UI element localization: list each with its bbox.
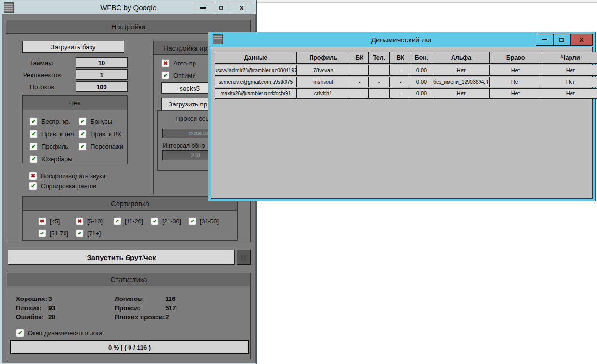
stat-value: 2 [165, 313, 169, 321]
log-column-header[interactable]: Профиль [297, 52, 350, 63]
checkbox-label: [71+] [87, 230, 101, 237]
checkbox-cross-icon: ✖ [29, 172, 37, 180]
checkbox-checked-icon: ✔ [16, 329, 24, 337]
stat-value: 20 [48, 313, 55, 321]
stat-label: Хороших: [16, 295, 48, 302]
stat-row: Плохих прокси:2 [115, 312, 176, 322]
auto-proxy-checkbox[interactable]: ✖Авто-пр [161, 59, 196, 67]
log-content-area: ДанныеПрофильБКТел.ВКБон.АльфаБравоЧарли… [211, 47, 593, 199]
log-maximize-button[interactable] [553, 34, 570, 45]
checkbox-item[interactable]: ✔Бонусы [78, 115, 123, 128]
log-table-cell: Нет [432, 89, 489, 98]
log-window: Динамический лог X ДанныеПрофильБКТел.ВК… [208, 32, 596, 201]
load-base-button[interactable]: Загрузить базу [22, 41, 124, 53]
checkbox-item[interactable]: ✔Прив. к тел. [29, 128, 78, 140]
log-column-header[interactable]: Бон. [411, 52, 432, 63]
checkbox-item[interactable]: ✔[51-70] [38, 227, 76, 239]
stat-row: Плохих:93 [16, 303, 55, 312]
timeout-field[interactable]: 10 [76, 57, 128, 68]
log-column-header[interactable]: БК [350, 52, 368, 63]
sort-group-header: Сортировка [23, 197, 237, 211]
stat-label: Логинов: [115, 295, 165, 302]
checkbox-checked-icon: ✔ [29, 130, 38, 138]
checkbox-item[interactable]: ✖[<5] [38, 215, 76, 227]
log-maximize-icon [559, 38, 564, 42]
checkbox-checked-icon: ✔ [161, 71, 169, 79]
checkbox-item[interactable]: ✔Профиль [29, 140, 78, 153]
checkbox-label: Персонажи [91, 143, 123, 150]
log-minimize-icon [542, 39, 547, 40]
checkbox-checked-icon: ✔ [78, 130, 87, 138]
log-minimize-button[interactable] [536, 34, 553, 45]
log-table-cell: - [390, 65, 411, 75]
sounds-checkbox[interactable]: ✖Воспроизводить звуки [29, 172, 105, 180]
reconnects-field[interactable]: 1 [76, 69, 128, 80]
threads-field[interactable]: 100 [76, 81, 128, 92]
checkbox-item[interactable]: ✔Персонажи [78, 140, 123, 153]
stat-row: Хороших:3 [16, 294, 55, 303]
minimize-icon [200, 7, 206, 9]
statistics-group: Статистика Хороших:3Плохих:93Ошибок:20 Л… [7, 273, 251, 359]
log-table-cell: 0.00 [411, 89, 432, 98]
log-column-header[interactable]: Тел. [369, 52, 389, 63]
pause-button[interactable]: || [237, 250, 251, 265]
checkbox-item[interactable]: ✔[31-50] [188, 215, 226, 227]
rank-sort-checkbox[interactable]: ✔Сортировка рангов [29, 182, 96, 190]
log-table-cell: Нет [432, 65, 489, 75]
background-window-edge [257, 0, 597, 3]
log-table-row[interactable]: usovvladimir78@rambler.ru:080419778vovan… [215, 65, 597, 76]
checkbox-item[interactable]: ✖[5-10] [76, 215, 113, 227]
log-table-cell: - [390, 89, 411, 98]
stat-value: 3 [48, 295, 52, 302]
checkbox-label: Беспр. кр. [41, 118, 70, 125]
log-window-titlebar[interactable]: Динамический лог X [208, 32, 595, 47]
log-column-header[interactable]: ВК [390, 52, 411, 63]
log-table-row[interactable]: maxito26@rambler.ru:rkfccbr91crivich1---… [215, 88, 597, 99]
log-table-cell: Нет [490, 89, 542, 98]
checkbox-item[interactable]: ✔[71+] [76, 227, 113, 239]
maximize-button[interactable] [212, 2, 230, 13]
stat-label: Ошибок: [16, 313, 48, 321]
close-button[interactable]: X [230, 2, 253, 13]
dynamic-log-checkbox[interactable]: ✔Окно динамического лога [16, 329, 103, 337]
log-close-button[interactable]: X [570, 34, 592, 45]
checkbox-cross-icon: ✖ [38, 217, 46, 225]
log-column-header[interactable]: Данные [215, 52, 296, 63]
log-table-cell: - [369, 65, 389, 75]
timeout-label: Таймаут [11, 59, 73, 66]
sort-group: Сортировка ✖[<5]✖[5-10]✔[11-20]✔[21-30]✔… [22, 196, 238, 241]
log-column-header[interactable]: Чарли [542, 52, 597, 63]
log-table-cell: - [369, 89, 389, 98]
checkbox-item[interactable]: ✔Беспр. кр. [29, 115, 78, 128]
checkbox-checked-icon: ✔ [29, 182, 37, 190]
checkbox-item[interactable]: ✔[11-20] [113, 215, 151, 227]
checkbox-checked-icon: ✔ [29, 155, 38, 163]
log-table-cell: irishsoul [297, 77, 350, 87]
log-table-body: usovvladimir78@rambler.ru:080419778vovan… [215, 65, 597, 99]
progress-bar: 0 % | ( 0 / 116 ) [10, 340, 249, 354]
checkbox-label: Профиль [41, 143, 68, 150]
checkbox-checked-icon: ✔ [38, 229, 46, 237]
checkbox-label: Бонусы [91, 118, 112, 125]
statistics-header: Статистика [7, 273, 250, 286]
run-brute-check-button[interactable]: Запустить брут/чек [8, 250, 235, 265]
checkbox-label: Прив. к тел. [41, 130, 76, 138]
log-column-header[interactable]: Альфа [432, 52, 489, 63]
proxy-link-header: Прокси ссы [175, 115, 210, 122]
log-table-row[interactable]: semenov.e@gmail.com:a9stk075irishsoul---… [215, 77, 597, 87]
stat-row: Логинов:116 [115, 294, 176, 303]
checkbox-item[interactable]: ✔Прив. к ВК [78, 128, 123, 140]
optimize-checkbox[interactable]: ✔Оптими [161, 71, 196, 79]
checkbox-item[interactable]: ✔[21-30] [151, 215, 188, 227]
checkbox-checked-icon: ✔ [113, 217, 121, 225]
log-column-header[interactable]: Браво [490, 52, 542, 63]
checkbox-cross-icon: ✖ [161, 59, 169, 67]
log-table-cell: без_имени_12903694, Р [432, 77, 489, 87]
checkbox-label: Сортировка рангов [41, 182, 96, 190]
log-table-cell: 0.00 [411, 65, 432, 75]
log-table-cell: - [350, 65, 368, 75]
minimize-button[interactable] [194, 2, 212, 13]
checkbox-item[interactable]: ✔Юзербары [29, 153, 78, 165]
log-table-cell: Нет [490, 77, 542, 87]
main-window-titlebar[interactable]: WFBC by Qooqle X [0, 0, 256, 14]
